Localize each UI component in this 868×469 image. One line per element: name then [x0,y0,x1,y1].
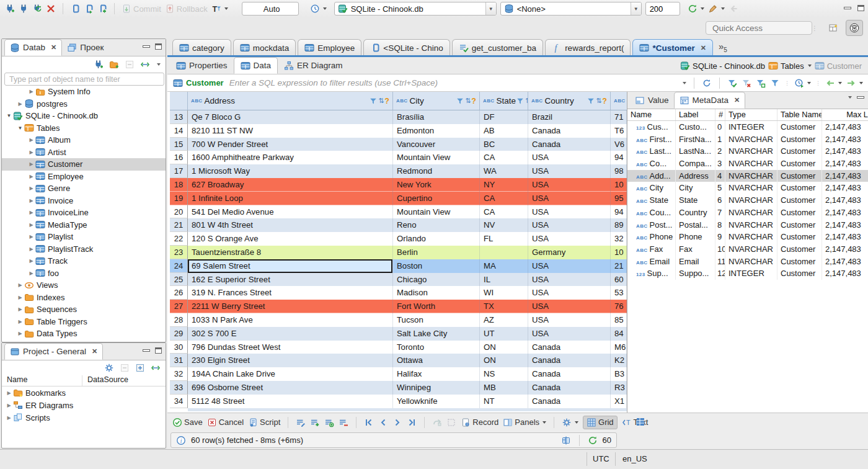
compare-button[interactable] [708,4,725,14]
column-header-partial[interactable]: ABC [611,92,627,110]
editor-tab-rewards-report-[interactable]: frewards_report( [545,39,631,56]
commit-button[interactable]: Commit [122,4,161,14]
grid-cell-address[interactable]: 801 W 4th Street [188,218,393,232]
tree-item-scripts[interactable]: ▶Scripts [2,411,166,424]
grid-cell-postal[interactable]: B3 [611,367,627,381]
row-number[interactable]: 16 [170,151,188,164]
row-number[interactable]: 27 [170,300,188,313]
tab-data[interactable]: Data [234,57,278,74]
close-icon[interactable]: ✕ [701,44,706,52]
grid-cell-country[interactable]: USA [528,232,611,246]
metadata-row[interactable]: ABCPhonePhone9NVARCHARCustomer2,147,483 [627,231,868,243]
disconnect-button[interactable] [46,4,56,14]
grid-cell-country[interactable]: USA [528,151,611,164]
grid-cell-address[interactable]: 120 S Orange Ave [188,232,393,246]
grid-cell-state[interactable]: WA [480,164,528,178]
grid-cell-address[interactable]: 700 W Pender Street [188,138,393,151]
grid-cell-state[interactable]: ON [480,354,528,367]
metadata-row[interactable]: ABCPost...Postal...8NVARCHARCustomer2,14… [627,219,868,231]
tree-item-views[interactable]: ▶Views [2,279,166,292]
cancel-button[interactable]: Cancel [207,418,244,427]
row-number[interactable]: 25 [170,273,188,287]
grid-cell-postal[interactable]: 85 [611,313,627,327]
script-button[interactable]: Script [248,418,280,427]
tab-metadata[interactable]: MetaData✕ [674,92,746,109]
grid-cell-address[interactable]: Tauentzienstraße 8 [188,246,393,259]
row-number[interactable]: 30 [170,341,188,354]
meta-column-header[interactable]: Name [627,109,676,120]
tree-item-indexes[interactable]: ▶Indexes [2,292,166,304]
grid-cell-city[interactable]: Halifax [393,367,480,381]
row-number[interactable]: 24 [170,259,188,273]
apply-filter-icon[interactable] [727,78,737,88]
nav-forward-button[interactable] [846,78,863,88]
grid-cell-address[interactable]: 302 S 700 E [188,327,393,341]
object-filter-input[interactable] [4,73,164,86]
chevron-right-icon[interactable]: ▶ [28,210,35,215]
panels-button[interactable]: Panels [503,418,546,427]
row-number[interactable]: 31 [170,354,188,367]
tree-item-table-triggers[interactable]: ▶Table Triggers [2,316,166,328]
minimize-icon[interactable] [857,96,864,99]
tab-database-navigator[interactable]: Datab ✕ [4,39,62,56]
tree-item-foo[interactable]: ▶foo [2,267,166,280]
tab-project-general[interactable]: Project - General ✕ [4,343,103,360]
meta-column-header[interactable]: Max L [822,109,868,120]
tree-item-sequences[interactable]: ▶Sequences [2,303,166,316]
expand-all-icon[interactable] [135,363,145,373]
schema-select[interactable]: <None> ▼ [500,2,642,16]
chevron-right-icon[interactable]: ▶ [17,331,24,336]
grid-cell-state[interactable]: NS [480,367,528,381]
delete-row-icon[interactable] [339,418,348,427]
grid-cell-city[interactable]: Redmond [393,164,480,178]
grid-cell-address[interactable]: 1600 Amphitheatre Parkway [188,151,393,164]
grid-cell-country[interactable]: USA [528,205,611,219]
metadata-row[interactable]: 123Sup...Suppo...12INTEGERCustomer2,147,… [627,267,868,280]
grid-cell-country[interactable]: Germany [528,246,611,259]
grid-cell-address[interactable]: 1 Infinite Loop [188,192,393,205]
column-header-city[interactable]: ABCCity⇅? [393,92,480,110]
grid-cell-city[interactable]: New York [393,178,480,192]
new-folder-icon[interactable] [109,60,119,69]
custom-filter-icon[interactable] [770,78,780,88]
order-hint-icon[interactable]: ? [384,97,389,105]
grid-cell-address[interactable]: 194A Chain Lake Drive [188,367,393,381]
chevron-right-icon[interactable]: ▶ [17,295,24,300]
grid-cell-address[interactable]: 69 Salem Street [188,259,393,273]
edit-value-icon[interactable] [296,418,306,427]
column-header-address[interactable]: ABCAddress⇅? [188,92,393,110]
grid-cell-state[interactable]: AB [480,124,528,138]
grid-cell-address[interactable]: 5112 48 Street [188,395,393,408]
chevron-right-icon[interactable]: ▶ [17,306,24,312]
grid-cell-country[interactable]: Canada [528,124,611,138]
grid-cell-address[interactable]: 319 N. Frances Street [188,286,393,300]
metadata-row[interactable]: ABCCo...Compa...3NVARCHARCustomer2,147,4… [627,158,868,170]
row-number[interactable]: 28 [170,313,188,327]
link-with-editor-icon[interactable] [140,60,150,69]
chevron-right-icon[interactable]: ▶ [6,403,12,408]
grid-cell-city[interactable]: Orlando [393,232,480,246]
metadata-row[interactable]: ABCFaxFax10NVARCHARCustomer2,147,483 [627,243,868,256]
rollback-button[interactable]: Rollback [165,4,208,14]
tree-item-invoiceline[interactable]: ▶InvoiceLine [2,207,166,219]
tree-item-playlist[interactable]: ▶Playlist [2,231,166,243]
tree-item-postgres[interactable]: ▶postgres [2,98,166,110]
view-menu-icon[interactable] [157,63,161,66]
history-button[interactable] [310,4,327,14]
schema-dropdown-button[interactable]: ▼ [631,2,641,15]
metadata-row[interactable]: ABCFirst...FirstNa...1NVARCHARCustomer2,… [627,133,868,146]
tree-item-sqlite-chinook-db[interactable]: ▼SQLite - Chinook.db [2,110,166,122]
grid-cell-country[interactable]: USA [528,164,611,178]
grid-view-button[interactable]: Grid [583,416,618,429]
open-sql-console-button[interactable] [97,4,107,14]
chevron-right-icon[interactable]: ▶ [17,101,24,107]
remove-filter-icon[interactable] [742,78,751,88]
grid-cell-country[interactable]: USA [528,192,611,205]
tree-item-bookmarks[interactable]: ▶★Bookmarks [2,386,166,399]
grid-cell-city[interactable]: Mountain View [393,151,480,164]
close-icon[interactable]: ✕ [92,347,97,355]
tree-item-employee[interactable]: ▶Employee [2,171,166,183]
grid-cell-state[interactable]: ON [480,341,528,354]
chevron-right-icon[interactable]: ▶ [28,89,35,94]
grid-cell-state[interactable]: TX [480,300,528,313]
